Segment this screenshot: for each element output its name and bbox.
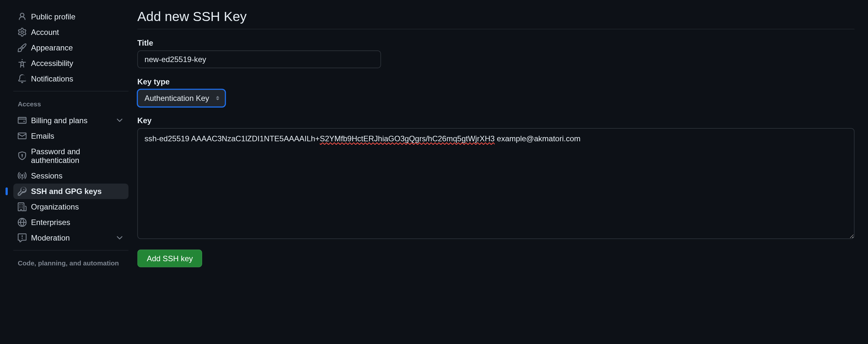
sidebar-item-ssh-gpg[interactable]: SSH and GPG keys xyxy=(13,184,128,199)
sidebar-item-billing[interactable]: Billing and plans xyxy=(13,113,128,128)
sidebar-item-enterprises[interactable]: Enterprises xyxy=(13,215,128,230)
keytype-label: Key type xyxy=(137,77,855,86)
sidebar-item-label: Enterprises xyxy=(31,218,124,227)
accessibility-icon xyxy=(18,59,27,67)
title-label: Title xyxy=(137,38,855,47)
title-input[interactable] xyxy=(137,51,381,68)
sidebar-item-password-auth[interactable]: Password and authentication xyxy=(13,144,128,168)
form-group-title: Title xyxy=(137,38,855,68)
sidebar-item-label: Appearance xyxy=(31,43,124,52)
settings-sidebar: Public profile Account Appearance Access… xyxy=(0,0,137,344)
nav-group-access: Billing and plans Emails Password and au… xyxy=(13,113,128,246)
globe-icon xyxy=(18,218,27,227)
sidebar-item-label: Accessibility xyxy=(31,59,124,67)
report-icon xyxy=(18,233,27,242)
sidebar-item-organizations[interactable]: Organizations xyxy=(13,199,128,215)
sidebar-item-emails[interactable]: Emails xyxy=(13,128,128,144)
sidebar-item-label: Billing and plans xyxy=(31,116,115,124)
add-ssh-key-button[interactable]: Add SSH key xyxy=(137,250,202,267)
sidebar-item-label: Password and authentication xyxy=(31,147,124,165)
sidebar-item-label: Emails xyxy=(31,131,124,140)
credit-card-icon xyxy=(18,116,27,124)
page-title: Add new SSH Key xyxy=(137,9,855,29)
sidebar-item-label: Public profile xyxy=(31,12,124,21)
sidebar-item-label: Organizations xyxy=(31,202,124,211)
sidebar-item-label: SSH and GPG keys xyxy=(31,187,124,196)
mail-icon xyxy=(18,131,27,140)
sidebar-item-moderation[interactable]: Moderation xyxy=(13,230,128,246)
key-textarea[interactable] xyxy=(137,128,855,239)
divider xyxy=(13,91,128,91)
chevron-down-icon xyxy=(115,233,124,242)
broadcast-icon xyxy=(18,171,27,180)
sidebar-item-account[interactable]: Account xyxy=(13,24,128,40)
sidebar-item-accessibility[interactable]: Accessibility xyxy=(13,56,128,71)
key-icon xyxy=(18,187,27,196)
chevron-down-icon xyxy=(115,116,124,124)
divider xyxy=(13,250,128,251)
section-header-access: Access xyxy=(13,96,128,113)
sidebar-item-sessions[interactable]: Sessions xyxy=(13,168,128,184)
section-header-code: Code, planning, and automation xyxy=(13,255,128,271)
sidebar-item-label: Moderation xyxy=(31,233,115,242)
nav-group-profile: Public profile Account Appearance Access… xyxy=(13,9,128,86)
sidebar-item-label: Notifications xyxy=(31,74,124,83)
sidebar-item-public-profile[interactable]: Public profile xyxy=(13,9,128,24)
paintbrush-icon xyxy=(18,43,27,52)
shield-lock-icon xyxy=(18,151,27,160)
sidebar-item-label: Account xyxy=(31,28,124,36)
bell-icon xyxy=(18,74,27,83)
main-content: Add new SSH Key Title Key type Authentic… xyxy=(137,0,868,344)
sidebar-item-appearance[interactable]: Appearance xyxy=(13,40,128,55)
form-group-keytype: Key type Authentication Key xyxy=(137,77,855,107)
person-icon xyxy=(18,12,27,21)
sidebar-item-label: Sessions xyxy=(31,171,124,180)
keytype-select[interactable]: Authentication Key xyxy=(137,89,225,107)
sidebar-item-notifications[interactable]: Notifications xyxy=(13,71,128,87)
organization-icon xyxy=(18,202,27,211)
gear-icon xyxy=(18,28,27,36)
form-group-key: Key ssh-ed25519 AAAAC3NzaC1lZDI1NTE5AAAA… xyxy=(137,116,855,240)
key-label: Key xyxy=(137,116,855,124)
